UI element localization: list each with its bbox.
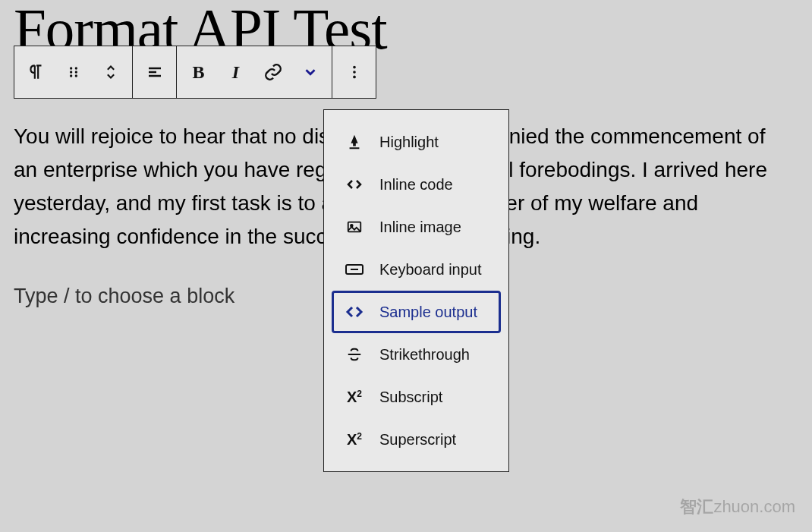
italic-button[interactable]: I — [217, 46, 254, 98]
svg-point-2 — [70, 71, 72, 73]
watermark-zh: 智汇 — [680, 497, 713, 516]
svg-point-4 — [70, 74, 72, 77]
svg-point-5 — [74, 74, 77, 77]
format-item-label: Highlight — [379, 134, 439, 151]
format-item-superscript[interactable]: X2 Superscript — [332, 418, 501, 461]
format-item-subscript[interactable]: X2 Subscript — [332, 376, 501, 418]
format-item-label: Sample output — [379, 304, 477, 321]
more-formats-button[interactable] — [291, 46, 329, 98]
format-item-label: Superscript — [379, 431, 456, 449]
format-item-sample-output[interactable]: Sample output — [332, 291, 501, 333]
format-item-strikethrough[interactable]: Strikethrough — [332, 333, 501, 376]
more-formats-dropdown: Highlight Inline code Inline image Keybo… — [323, 109, 509, 472]
format-item-label: Inline code — [379, 176, 453, 194]
block-options-button[interactable] — [335, 46, 373, 98]
svg-point-10 — [353, 71, 356, 74]
watermark: 智汇zhuon.com — [680, 496, 795, 518]
svg-point-3 — [74, 71, 77, 73]
paragraph-icon — [27, 62, 46, 82]
inline-code-icon — [343, 175, 366, 194]
svg-point-1 — [74, 67, 77, 69]
move-up-down-icon — [103, 63, 118, 81]
watermark-en: zhuon.com — [713, 497, 795, 516]
svg-point-9 — [353, 66, 356, 69]
svg-point-11 — [353, 76, 356, 79]
strikethrough-icon — [343, 346, 366, 363]
format-item-label: Inline image — [379, 219, 461, 236]
move-button[interactable] — [92, 46, 129, 98]
toolbar-group-format: B I — [177, 46, 332, 98]
link-button[interactable] — [254, 46, 291, 98]
format-item-highlight[interactable]: Highlight — [332, 121, 501, 163]
block-placeholder[interactable]: Type / to choose a block — [14, 285, 234, 308]
superscript-icon: X2 — [343, 431, 366, 449]
format-item-keyboard-input[interactable]: Keyboard input — [332, 248, 501, 291]
more-vertical-icon — [346, 64, 363, 80]
align-button[interactable] — [136, 46, 173, 98]
toolbar-group-align — [133, 46, 177, 98]
align-left-icon — [146, 63, 164, 81]
block-toolbar: B I — [14, 46, 376, 99]
format-item-label: Subscript — [379, 389, 442, 406]
format-item-label: Strikethrough — [379, 346, 470, 364]
block-type-button[interactable] — [17, 46, 55, 98]
drag-handle-button[interactable] — [55, 46, 92, 98]
format-item-inline-image[interactable]: Inline image — [332, 206, 501, 248]
bold-button[interactable]: B — [180, 46, 217, 98]
highlight-icon — [343, 134, 366, 150]
link-icon — [263, 62, 283, 82]
keyboard-input-icon — [343, 262, 366, 277]
svg-point-0 — [70, 67, 72, 69]
subscript-icon: X2 — [343, 389, 366, 406]
bold-icon: B — [192, 62, 204, 83]
toolbar-group-block — [14, 46, 133, 98]
sample-output-icon — [343, 303, 366, 321]
italic-icon: I — [232, 62, 239, 83]
format-item-inline-code[interactable]: Inline code — [332, 163, 501, 206]
inline-image-icon — [343, 219, 366, 235]
format-item-label: Keyboard input — [379, 261, 482, 279]
chevron-down-icon — [302, 64, 319, 80]
drag-handle-icon — [66, 65, 81, 80]
toolbar-group-options — [332, 46, 376, 98]
